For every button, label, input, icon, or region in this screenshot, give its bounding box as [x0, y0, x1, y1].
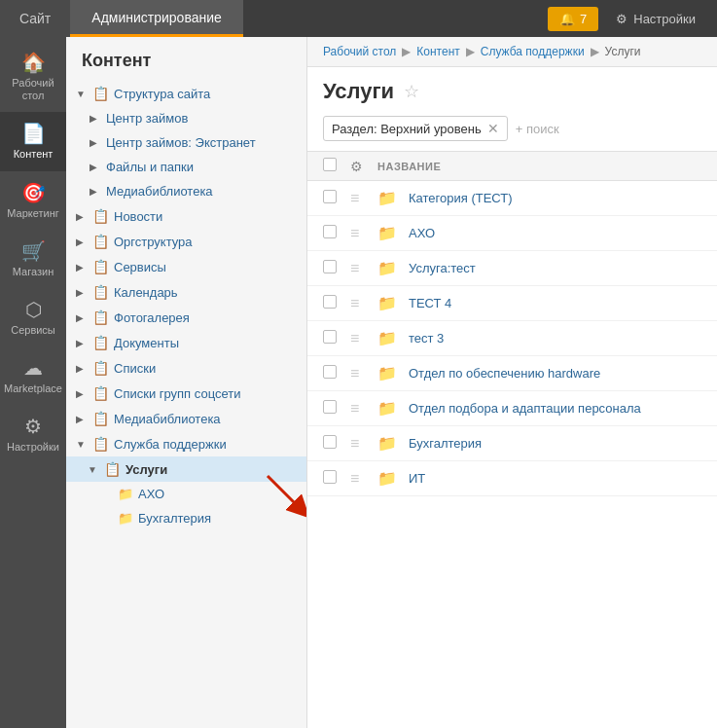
tree-item-docs[interactable]: ▶ 📋 Документы: [66, 330, 306, 355]
tree-item-structure[interactable]: ▼ 📋 Структура сайта: [66, 81, 306, 106]
table-row: ≡ 📁 Категория (ТЕСТ): [307, 181, 717, 216]
tree-label: Структура сайта: [114, 87, 210, 101]
content-sidebar-title: Контент: [66, 37, 306, 81]
row-name-link[interactable]: ИТ: [409, 471, 425, 486]
tree-item-news[interactable]: ▶ 📋 Новости: [66, 203, 306, 229]
tab-site[interactable]: Сайт: [0, 0, 70, 37]
chevron-right-icon: ▶: [76, 414, 88, 424]
row-name-link[interactable]: ТЕСТ 4: [409, 296, 451, 310]
row-checkbox[interactable]: [323, 400, 342, 417]
breadcrumb-support[interactable]: Служба поддержки: [481, 45, 585, 58]
sidebar-item-content[interactable]: 📄 Контент: [0, 112, 66, 170]
folder-icon: 📋: [92, 309, 109, 325]
home-icon: 🏠: [21, 51, 46, 74]
tree-item-akho[interactable]: 📁 АХО: [66, 482, 306, 506]
favorite-star-icon[interactable]: ☆: [404, 81, 419, 102]
row-drag-handle[interactable]: ≡: [350, 225, 370, 242]
tree-label: Медиабиблиотека: [106, 184, 213, 199]
sidebar-item-services[interactable]: ⬡ Сервисы: [0, 288, 66, 346]
tab-admin[interactable]: Администрирование: [70, 0, 243, 37]
tree-item-orgstructure[interactable]: ▶ 📋 Оргструктура: [66, 229, 306, 254]
row-checkbox[interactable]: [323, 435, 342, 452]
tree-label: Медиабиблиотека: [114, 412, 221, 426]
tree-item-calendar[interactable]: ▶ 📋 Календарь: [66, 279, 306, 305]
sidebar-item-marketing[interactable]: 🎯 Маркетинг: [0, 171, 66, 230]
tree-label-active: Услуги: [125, 462, 167, 477]
row-name-link[interactable]: тест 3: [409, 331, 444, 346]
row-folder-icon: 📁: [377, 329, 397, 347]
chevron-right-icon: ▶: [76, 338, 88, 348]
row-drag-handle[interactable]: ≡: [350, 260, 370, 277]
search-add[interactable]: + поиск: [516, 122, 559, 136]
row-drag-handle[interactable]: ≡: [350, 330, 370, 347]
tree-item-support[interactable]: ▼ 📋 Служба поддержки: [66, 431, 306, 456]
row-checkbox[interactable]: [323, 190, 342, 206]
row-name-link[interactable]: Услуга:тест: [409, 261, 476, 275]
row-drag-handle[interactable]: ≡: [350, 295, 370, 312]
row-folder-icon: 📁: [377, 224, 397, 242]
row-checkbox[interactable]: [323, 330, 342, 346]
table-row: ≡ 📁 ТЕСТ 4: [307, 286, 717, 321]
notification-button[interactable]: 🔔 7: [548, 7, 598, 31]
chevron-right-icon: ▶: [76, 262, 88, 273]
sidebar-item-marketplace[interactable]: ☁ Marketplace: [0, 346, 66, 405]
tree-item-media1[interactable]: ▶ Медиабиблиотека: [66, 179, 306, 203]
breadcrumb-content[interactable]: Контент: [416, 45, 459, 58]
filter-tag: Раздел: Верхний уровень ✕: [323, 116, 508, 141]
chevron-right-icon: ▶: [76, 237, 88, 247]
sidebar-item-dashboard[interactable]: 🏠 Рабочий стол: [0, 41, 66, 112]
page-title: Услуги: [323, 79, 394, 104]
chevron-right-icon: ▶: [76, 388, 88, 399]
row-name-link[interactable]: Отдел подбора и адаптации персонала: [409, 401, 641, 416]
row-drag-handle[interactable]: ≡: [350, 470, 370, 488]
row-name-link[interactable]: АХО: [409, 226, 435, 240]
tree-item-files[interactable]: ▶ Файлы и папки: [66, 155, 306, 179]
tree-item-serv[interactable]: ▶ 📋 Сервисы: [66, 254, 306, 279]
folder-icon: 📋: [92, 385, 109, 401]
services-icon: ⬡: [25, 298, 42, 321]
header-checkbox[interactable]: [323, 158, 342, 174]
tree-item-lists[interactable]: ▶ 📋 Списки: [66, 355, 306, 381]
tree-item-uslugi[interactable]: ▼ 📋 Услуги: [66, 456, 306, 482]
tree-label: Файлы и папки: [106, 160, 194, 174]
row-drag-handle[interactable]: ≡: [350, 190, 370, 207]
chevron-down-icon: ▼: [76, 89, 88, 99]
folder-icon: 📋: [92, 234, 109, 249]
row-name-link[interactable]: Отдел по обеспечению hardware: [409, 366, 600, 381]
row-name-link[interactable]: Категория (ТЕСТ): [409, 191, 513, 205]
tree-item-media2[interactable]: ▶ 📋 Медиабиблиотека: [66, 406, 306, 431]
row-drag-handle[interactable]: ≡: [350, 365, 370, 382]
tree-item-social-lists[interactable]: ▶ 📋 Списки групп соцсети: [66, 381, 306, 406]
row-checkbox[interactable]: [323, 365, 342, 382]
tree-label: Списки: [114, 361, 156, 376]
tree-label: Бухгалтерия: [138, 511, 211, 526]
tree-item-gallery[interactable]: ▶ 📋 Фотогалерея: [66, 305, 306, 330]
table-row: ≡ 📁 АХО: [307, 216, 717, 251]
shop-icon: 🛒: [21, 239, 46, 263]
tree-item-buhgalteriya[interactable]: 📁 Бухгалтерия: [66, 506, 306, 530]
sidebar-item-shop[interactable]: 🛒 Магазин: [0, 230, 66, 288]
header-gear[interactable]: ⚙: [350, 159, 370, 174]
chevron-right-icon: ▶: [76, 211, 88, 222]
tree-item-loans[interactable]: ▶ Центр займов: [66, 106, 306, 130]
row-folder-icon: 📁: [377, 399, 397, 418]
row-checkbox[interactable]: [323, 470, 342, 487]
tree-label: Документы: [114, 336, 179, 350]
row-drag-handle[interactable]: ≡: [350, 435, 370, 453]
row-checkbox[interactable]: [323, 295, 342, 311]
sidebar-item-settings[interactable]: ⚙ Настройки: [0, 405, 66, 463]
tree-item-loans-extranet[interactable]: ▶ Центр займов: Экстранет: [66, 130, 306, 155]
row-drag-handle[interactable]: ≡: [350, 400, 370, 418]
tree-label: Списки групп соцсети: [114, 386, 240, 401]
row-checkbox[interactable]: [323, 260, 342, 276]
content-sidebar: Контент ▼ 📋 Структура сайта ▶ Центр займ…: [66, 37, 307, 728]
breadcrumb-sep: ▶: [591, 45, 599, 58]
folder-icon: 📋: [92, 436, 109, 452]
breadcrumb-dashboard[interactable]: Рабочий стол: [323, 45, 396, 58]
chevron-right-icon: ▶: [90, 137, 101, 148]
tree-label: Календарь: [114, 285, 178, 300]
settings-button[interactable]: ⚙ Настройки: [602, 7, 709, 31]
filter-tag-close[interactable]: ✕: [487, 121, 499, 136]
row-name-link[interactable]: Бухгалтерия: [409, 436, 482, 451]
row-checkbox[interactable]: [323, 225, 342, 241]
